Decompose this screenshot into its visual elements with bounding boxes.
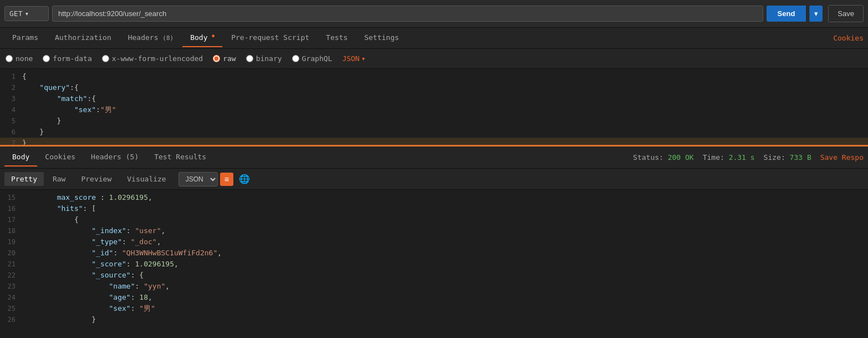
tab-body[interactable]: Body ● — [182, 29, 222, 47]
save-response-button[interactable]: Save Respo — [820, 153, 864, 162]
request-code-editor[interactable]: 1 { 2 "query":{ 3 "match":{ 4 "sex":"男" … — [0, 69, 868, 147]
option-urlencoded[interactable]: x-www-form-urlencoded — [102, 54, 203, 63]
code-line-4: 4 "sex":"男" — [0, 104, 868, 115]
status-label: Status: 200 OK — [633, 153, 694, 162]
body-options: none form-data x-www-form-urlencoded raw… — [0, 49, 868, 69]
resp-subtab-preview[interactable]: Preview — [74, 172, 118, 186]
code-line-1: 1 { — [0, 71, 868, 82]
option-none[interactable]: none — [6, 54, 33, 63]
tab-prerequest[interactable]: Pre-request Script — [223, 29, 317, 47]
method-dropdown-icon: ▾ — [24, 9, 29, 18]
resp-line-22: 22 "_source": { — [0, 270, 868, 281]
resp-line-20: 20 "_id": "QH3WNHwBSC1uWfiFd2n6", — [0, 248, 868, 259]
option-graphql[interactable]: GraphQL — [292, 54, 333, 63]
send-dropdown-button[interactable]: ▾ — [809, 6, 823, 22]
option-raw[interactable]: raw — [213, 54, 236, 63]
resp-line-18: 18 "_index": "user", — [0, 225, 868, 236]
resp-tab-body[interactable]: Body — [4, 148, 37, 167]
tab-params[interactable]: Params — [4, 29, 46, 47]
resp-line-19: 19 "_type": "_doc", — [0, 236, 868, 248]
option-binary[interactable]: binary — [246, 54, 282, 63]
method-selector[interactable]: GET ▾ — [4, 6, 49, 21]
cookies-link[interactable]: Cookies — [833, 34, 864, 42]
resp-tab-headers[interactable]: Headers (5) — [83, 148, 146, 167]
resp-line-27: 27 }, — [0, 325, 868, 327]
size-label: Size: 733 B — [764, 153, 811, 162]
send-button[interactable]: Send — [767, 6, 806, 22]
resp-line-24: 24 "age": 18, — [0, 292, 868, 303]
code-line-3: 3 "match":{ — [0, 93, 868, 104]
tab-authorization[interactable]: Authorization — [47, 29, 119, 47]
response-status: Status: 200 OK Time: 2.31 s Size: 733 B … — [633, 153, 864, 162]
method-label: GET — [9, 9, 22, 18]
resp-subtab-pretty[interactable]: Pretty — [4, 172, 44, 186]
tab-tests[interactable]: Tests — [318, 29, 355, 47]
url-bar: GET ▾ Send ▾ Save — [0, 0, 868, 28]
response-tabs-bar: Body Cookies Headers (5) Test Results St… — [0, 147, 868, 169]
resp-line-26: 26 } — [0, 314, 868, 325]
resp-format-selector[interactable]: JSON XML HTML Text — [178, 172, 218, 186]
resp-line-21: 21 "_score": 1.0296195, — [0, 259, 868, 270]
code-line-5: 5 } — [0, 115, 868, 127]
time-label: Time: 2.31 s — [703, 153, 755, 162]
code-line-7: 7 } — [0, 138, 868, 147]
resp-line-17: 17 { — [0, 214, 868, 225]
tab-headers[interactable]: Headers (8) — [120, 29, 182, 47]
save-button[interactable]: Save — [828, 5, 864, 22]
resp-tab-test-results[interactable]: Test Results — [146, 148, 214, 167]
raw-format-selector[interactable]: JSON ▾ — [342, 54, 365, 63]
url-input[interactable] — [52, 6, 763, 22]
resp-line-16: 16 "hits": [ — [0, 203, 868, 214]
code-line-6: 6 } — [0, 127, 868, 138]
response-toolbar: Pretty Raw Preview Visualize JSON XML HT… — [0, 169, 868, 190]
resp-subtab-raw[interactable]: Raw — [46, 172, 72, 186]
code-line-2: 2 "query":{ — [0, 82, 868, 93]
format-dropdown-icon: ▾ — [361, 54, 366, 63]
option-form-data[interactable]: form-data — [43, 54, 91, 63]
resp-line-25: 25 "sex": "男" — [0, 303, 868, 314]
resp-tab-cookies[interactable]: Cookies — [37, 148, 83, 167]
response-body[interactable]: 15 max_score : 1.0296195, 16 "hits": [ 1… — [0, 190, 868, 327]
request-tabs: Params Authorization Headers (8) Body ● … — [0, 28, 868, 49]
resp-line-15: 15 max_score : 1.0296195, — [0, 192, 868, 203]
wrap-button[interactable]: ≡ — [220, 173, 233, 186]
resp-subtab-visualize[interactable]: Visualize — [120, 172, 172, 186]
globe-icon[interactable]: 🌐 — [239, 174, 250, 184]
tab-settings[interactable]: Settings — [356, 29, 407, 47]
resp-line-23: 23 "name": "yyn", — [0, 281, 868, 292]
